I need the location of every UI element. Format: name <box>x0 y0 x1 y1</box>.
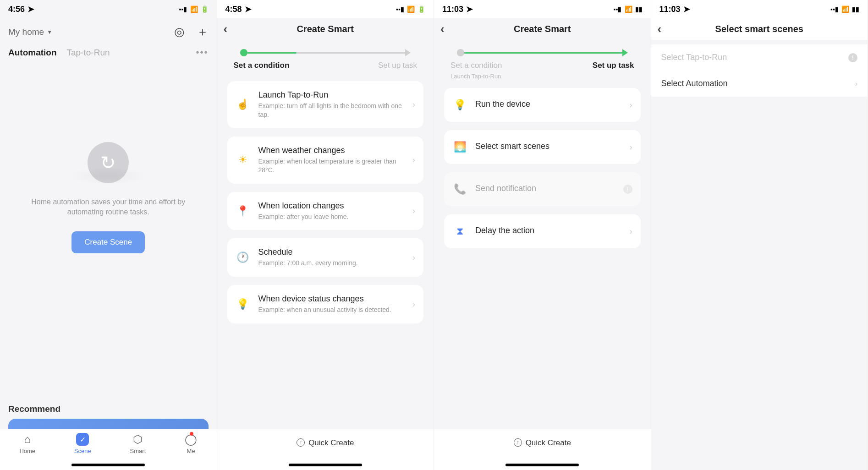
chevron-right-icon: › <box>630 100 632 110</box>
signal-icon: ▪▪▮ <box>614 5 622 13</box>
battery-icon: 🔋 <box>418 5 425 13</box>
empty-loop-icon: ↻ <box>88 142 129 183</box>
option-title: When weather changes <box>258 146 405 155</box>
wifi-icon: 📶 <box>407 5 415 13</box>
tab-automation[interactable]: Automation <box>8 48 57 58</box>
signal-icon: ▪▪▮ <box>396 5 404 13</box>
option-title: Launch Tap-to-Run <box>258 90 405 100</box>
nav-scene[interactable]: ✓Scene <box>74 433 91 454</box>
step1-label: Set a condition <box>234 61 290 70</box>
status-bar: 11:03 ➤ ▪▪▮📶▮▮ <box>434 0 651 18</box>
nav-header: ‹ Select smart scenes <box>651 18 868 40</box>
option-select-smart-scenes[interactable]: 🌅 Select smart scenes › <box>444 130 641 164</box>
nav-home-label: Home <box>19 448 35 454</box>
step-arrow-icon <box>405 49 411 56</box>
upload-icon <box>514 438 522 447</box>
scene-icon: ✓ <box>76 433 89 446</box>
option-delay-action[interactable]: ⧗ Delay the action › <box>444 214 641 248</box>
phone-icon: 📞 <box>452 182 467 197</box>
home-icon: ⌂ <box>24 433 31 446</box>
page-title: Select smart scenes <box>715 24 803 34</box>
tab-tap-to-run[interactable]: Tap-to-Run <box>67 48 110 58</box>
add-icon[interactable]: ＋ <box>197 24 209 40</box>
home-label: My home <box>8 27 44 37</box>
chevron-down-icon: ▼ <box>47 29 52 35</box>
option-device-status[interactable]: 💡 When device status changesExample: whe… <box>227 285 424 323</box>
location-arrow-icon: ➤ <box>245 4 252 14</box>
screen-create-smart-condition: 4:58 ➤ ▪▪▮📶🔋 ‹ Create Smart Set a condit… <box>217 0 434 470</box>
location-pin-icon: 📍 <box>236 204 250 219</box>
option-location-changes[interactable]: 📍 When location changesExample: after yo… <box>227 192 424 230</box>
tap-icon: ☝ <box>236 97 250 112</box>
option-sub: Example: when local temperature is great… <box>258 157 405 175</box>
page-title: Create Smart <box>514 24 571 34</box>
battery-icon: ▮▮ <box>852 5 859 13</box>
step-dot-1 <box>457 49 464 56</box>
page-title: Create Smart <box>297 24 354 34</box>
header: My home▼ ◎ ＋ <box>0 18 217 45</box>
status-bar: 11:03 ➤ ▪▪▮📶▮▮ <box>651 0 868 18</box>
battery-icon: 🔋 <box>201 5 209 13</box>
empty-text: Home automation saves your time and effo… <box>30 197 186 218</box>
scene-type-list: Select Tap-to-Run ! Select Automation › <box>651 44 868 97</box>
row-label: Select Automation <box>661 79 728 88</box>
chevron-right-icon: › <box>412 253 415 262</box>
quick-create-label: Quick Create <box>308 438 354 448</box>
screen-scene-home: 4:56 ➤ ▪▪▮📶🔋 My home▼ ◎ ＋ Automation Tap… <box>0 0 217 470</box>
status-time: 11:03 <box>442 5 463 14</box>
status-bar: 4:58 ➤ ▪▪▮📶🔋 <box>217 0 434 18</box>
chevron-right-icon: › <box>412 206 415 216</box>
bulb-icon: 💡 <box>236 297 250 312</box>
signal-icon: ▪▪▮ <box>830 5 839 13</box>
signal-icon: ▪▪▮ <box>179 5 187 13</box>
step-labels: Set a condition Set up task <box>434 56 651 73</box>
option-sub: Example: when an unusual activity is det… <box>258 306 405 314</box>
quick-create-label: Quick Create <box>526 438 571 448</box>
progress-bar <box>434 40 651 56</box>
back-icon[interactable]: ‹ <box>440 22 445 36</box>
chevron-right-icon: › <box>412 100 415 109</box>
location-arrow-icon: ➤ <box>466 4 473 14</box>
step1-sublabel: Launch Tap-to-Run <box>434 73 651 80</box>
row-select-automation[interactable]: Select Automation › <box>651 71 868 97</box>
option-title: Send notification <box>475 184 615 193</box>
more-icon[interactable]: ••• <box>196 47 208 58</box>
option-title: Select smart scenes <box>475 142 621 151</box>
option-schedule[interactable]: 🕐 ScheduleExample: 7:00 a.m. every morni… <box>227 238 424 277</box>
option-send-notification: 📞 Send notification ! <box>444 172 641 206</box>
back-icon[interactable]: ‹ <box>658 22 662 36</box>
wifi-icon: 📶 <box>841 5 849 13</box>
recommend-heading: Recommend <box>0 398 217 419</box>
camera-icon[interactable]: ◎ <box>174 25 185 39</box>
nav-smart[interactable]: ⬡Smart <box>130 433 146 454</box>
nav-home[interactable]: ⌂Home <box>19 433 35 454</box>
option-launch-tap-to-run[interactable]: ☝ Launch Tap-to-RunExample: turn off all… <box>227 81 424 128</box>
option-weather-changes[interactable]: ☀ When weather changesExample: when loca… <box>227 137 424 184</box>
smart-icon: ⬡ <box>133 433 143 446</box>
step-line-1 <box>464 52 622 54</box>
option-sub: Example: turn off all lights in the bedr… <box>258 102 405 119</box>
option-title: When location changes <box>258 201 405 211</box>
sunrise-icon: 🌅 <box>452 140 467 154</box>
nav-header: ‹ Create Smart <box>434 18 651 40</box>
step-line-1 <box>247 52 297 54</box>
nav-me[interactable]: ◯Me <box>185 433 197 454</box>
info-icon: ! <box>623 185 632 194</box>
progress-bar <box>217 40 434 56</box>
step-arrow-icon <box>622 49 628 56</box>
row-label: Select Tap-to-Run <box>661 53 727 62</box>
nav-me-label: Me <box>187 448 195 454</box>
step-labels: Set a condition Set up task <box>217 56 434 73</box>
step1-label: Set a condition <box>450 61 502 70</box>
chevron-right-icon: › <box>630 142 632 152</box>
create-scene-button[interactable]: Create Scene <box>71 231 145 253</box>
back-icon[interactable]: ‹ <box>224 22 228 36</box>
option-run-device[interactable]: 💡 Run the device › <box>444 88 641 122</box>
home-dropdown[interactable]: My home▼ <box>8 27 52 37</box>
chevron-right-icon: › <box>412 300 415 309</box>
row-select-tap-to-run: Select Tap-to-Run ! <box>651 44 868 71</box>
step2-label: Set up task <box>593 61 634 70</box>
upload-icon <box>297 438 305 447</box>
nav-header: ‹ Create Smart <box>217 18 434 40</box>
chevron-right-icon: › <box>855 80 857 88</box>
